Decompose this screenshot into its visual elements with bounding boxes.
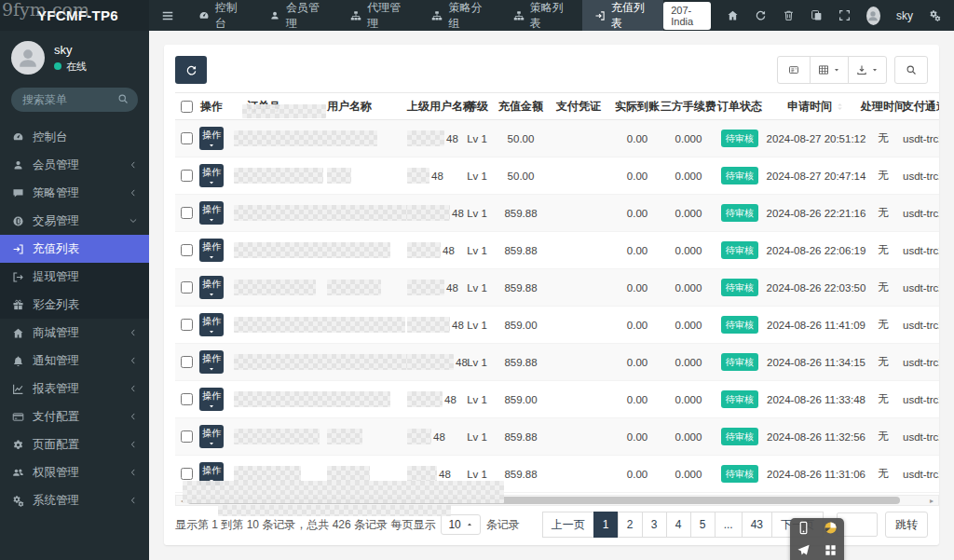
row-checkbox[interactable] bbox=[181, 468, 193, 480]
page-size-select[interactable]: 10 bbox=[441, 514, 480, 535]
status-badge: 待审核 bbox=[721, 316, 758, 334]
redacted-order-number bbox=[234, 242, 334, 258]
nav-tab-label: 代理管理 bbox=[367, 0, 407, 32]
third-party-fee: 0.000 bbox=[675, 469, 702, 480]
sidebar-item[interactable]: 系统管理 bbox=[0, 486, 149, 514]
chevron-down-icon bbox=[129, 216, 138, 225]
row-checkbox[interactable] bbox=[181, 132, 193, 144]
sidebar-item-label: 商城管理 bbox=[33, 325, 79, 341]
level-value: Lv 1 bbox=[467, 208, 487, 219]
sidebar-item[interactable]: 提现管理 bbox=[0, 263, 149, 291]
caret-down-icon bbox=[208, 216, 215, 224]
page-button[interactable]: 2 bbox=[618, 512, 643, 538]
widget-plane-button[interactable] bbox=[797, 543, 811, 560]
toggle-view-button[interactable] bbox=[777, 56, 811, 84]
widget-chat-app-button[interactable] bbox=[824, 521, 838, 538]
export-button[interactable] bbox=[848, 56, 887, 84]
nav-tab-label: 控制台 bbox=[215, 0, 245, 32]
row-checkbox[interactable] bbox=[181, 430, 193, 443]
refresh-tab-button[interactable] bbox=[755, 9, 767, 21]
copy-button[interactable] bbox=[811, 9, 823, 21]
row-action-button[interactable]: 操作 bbox=[199, 127, 224, 150]
page-button[interactable]: 43 bbox=[742, 512, 772, 538]
row-checkbox[interactable] bbox=[181, 319, 193, 331]
close-tabs-button[interactable] bbox=[783, 9, 795, 21]
sidebar-item[interactable]: 策略管理 bbox=[0, 179, 149, 207]
fullscreen-button[interactable] bbox=[838, 9, 851, 21]
nav-tab[interactable]: 会员管理 bbox=[257, 0, 338, 31]
sidebar-item[interactable]: 通知管理 bbox=[0, 347, 149, 375]
status-badge: 待审核 bbox=[721, 167, 758, 184]
sidebar-item[interactable]: 支付配置 bbox=[0, 403, 149, 430]
sidebar-item[interactable]: 权限管理 bbox=[0, 458, 149, 486]
select-all-checkbox[interactable] bbox=[181, 101, 193, 113]
row-action-button[interactable]: 操作 bbox=[199, 201, 224, 225]
status-badge: 待审核 bbox=[721, 390, 758, 408]
recharge-amount: 859.88 bbox=[504, 469, 537, 480]
redacted-user-name bbox=[327, 130, 377, 146]
refresh-icon bbox=[755, 9, 767, 21]
nav-tab[interactable]: 代理管理 bbox=[338, 0, 419, 31]
page-button[interactable]: 5 bbox=[690, 512, 716, 538]
search-button[interactable] bbox=[894, 56, 928, 84]
row-action-button[interactable]: 操作 bbox=[199, 239, 224, 262]
user-icon bbox=[11, 159, 24, 171]
nav-tab[interactable]: 策略列表 bbox=[501, 0, 582, 31]
sidebar-item[interactable]: 控制台 bbox=[0, 123, 149, 151]
third-party-fee: 0.000 bbox=[675, 320, 702, 331]
nav-tab[interactable]: 控制台 bbox=[186, 0, 257, 31]
redacted-user-name bbox=[327, 354, 413, 370]
sidebar-item[interactable]: 充值列表 bbox=[0, 235, 149, 263]
refresh-button[interactable] bbox=[175, 56, 207, 84]
redacted-user-name bbox=[327, 391, 390, 407]
columns-button[interactable] bbox=[810, 56, 849, 84]
column-header-label: 订单状态 bbox=[717, 99, 762, 115]
settings-button[interactable] bbox=[929, 9, 941, 21]
row-checkbox[interactable] bbox=[181, 356, 193, 368]
row-checkbox[interactable] bbox=[181, 281, 193, 294]
column-header[interactable]: 申请时间 bbox=[766, 99, 866, 115]
page-button[interactable]: 1 bbox=[593, 512, 619, 538]
sidebar-toggle-button[interactable] bbox=[149, 0, 186, 31]
avatar[interactable] bbox=[866, 7, 880, 25]
column-header-label: 用户名称 bbox=[327, 99, 372, 115]
jump-button[interactable]: 跳转 bbox=[885, 512, 928, 538]
widget-apps-grid-button[interactable] bbox=[824, 543, 838, 560]
row-checkbox[interactable] bbox=[181, 170, 193, 182]
row-action-button[interactable]: 操作 bbox=[199, 350, 224, 374]
home-button[interactable] bbox=[727, 9, 739, 21]
page-button[interactable]: 4 bbox=[666, 512, 691, 538]
sidebar-item[interactable]: 报表管理 bbox=[0, 375, 149, 403]
nav-tab[interactable]: 充值列表 bbox=[582, 0, 663, 31]
sidebar-item[interactable]: 彩金列表 bbox=[0, 291, 149, 319]
sidebar-item[interactable]: 交易管理 bbox=[0, 207, 149, 235]
status-badge: 待审核 bbox=[721, 241, 758, 259]
row-action-button[interactable]: 操作 bbox=[199, 164, 224, 187]
sidebar-item[interactable]: 商城管理 bbox=[0, 319, 149, 347]
row-checkbox[interactable] bbox=[181, 207, 193, 219]
row-action-button[interactable]: 操作 bbox=[199, 313, 224, 336]
nav-tab[interactable]: 策略分组 bbox=[419, 0, 500, 31]
search-icon bbox=[906, 64, 917, 75]
parent-user-suffix: 48 bbox=[433, 431, 445, 443]
scroll-right-arrow[interactable]: ▸ bbox=[927, 497, 936, 505]
sidebar-search-input[interactable] bbox=[20, 92, 117, 107]
topbar-username[interactable]: sky bbox=[896, 9, 913, 22]
row-action-button[interactable]: 操作 bbox=[199, 388, 224, 411]
row-checkbox[interactable] bbox=[181, 244, 193, 256]
page-button[interactable]: 3 bbox=[642, 512, 667, 538]
third-party-fee: 0.000 bbox=[675, 208, 702, 219]
sidebar-item[interactable]: 会员管理 bbox=[0, 151, 149, 179]
page-ellipsis[interactable]: ... bbox=[715, 512, 743, 538]
sidebar-item[interactable]: 页面配置 bbox=[0, 430, 149, 458]
row-action-button[interactable]: 操作 bbox=[199, 276, 224, 299]
widget-phone-button[interactable] bbox=[797, 521, 811, 538]
prev-page-button[interactable]: 上一页 bbox=[542, 512, 594, 538]
recharge-amount: 859.88 bbox=[504, 208, 537, 219]
apply-time: 2024-08-26 11:41:09 bbox=[767, 320, 865, 331]
row-checkbox[interactable] bbox=[181, 393, 193, 405]
sidebar-item-label: 交易管理 bbox=[33, 213, 79, 229]
caret-down-icon bbox=[208, 291, 215, 298]
floating-widget[interactable] bbox=[790, 518, 844, 560]
row-action-button[interactable]: 操作 bbox=[199, 425, 224, 448]
